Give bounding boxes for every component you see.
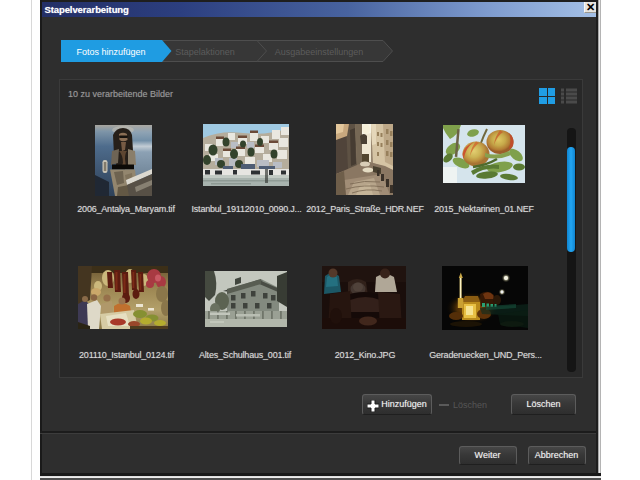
- svg-text:Fotos hinzufügen: Fotos hinzufügen: [76, 47, 145, 57]
- svg-text:Stapelaktionen: Stapelaktionen: [175, 47, 235, 57]
- svg-text:Ausgabeeinstellungen: Ausgabeeinstellungen: [275, 47, 364, 57]
